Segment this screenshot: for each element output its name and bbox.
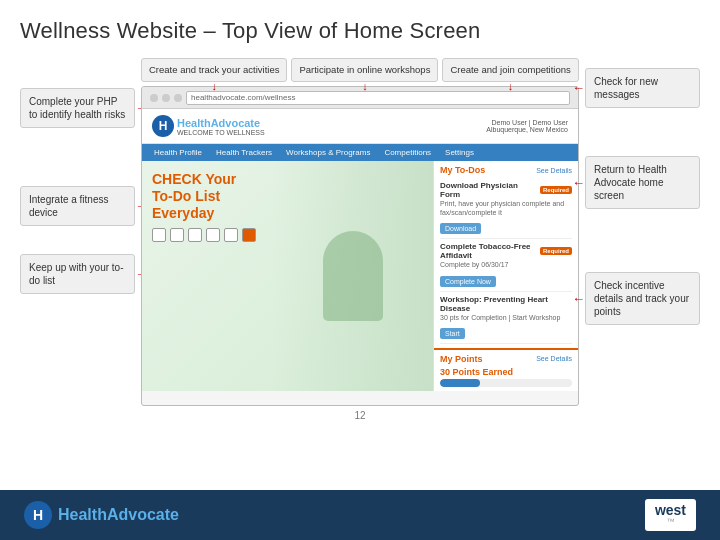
person-silhouette — [323, 231, 383, 321]
todo-desc-2: 30 pts for Completion | Start Workshop — [440, 314, 572, 322]
todo-title-1: Complete Tobacco-Free Affidavit Required — [440, 242, 572, 260]
browser-dot-3 — [174, 94, 182, 102]
todo-btn-2[interactable]: Start — [440, 328, 465, 339]
ha-sidebar: My To-Dos See Details Download Physician… — [433, 161, 578, 391]
todo-badge-0: Required — [540, 186, 572, 194]
ha-name: HealthAdvocate — [177, 117, 265, 129]
footer-west: west ™ — [645, 499, 696, 531]
callout-integrate-fitness: Integrate a fitness device — [20, 186, 135, 226]
todo-item-2: Workshop: Preventing Heart Disease 30 pt… — [440, 292, 572, 344]
ha-nav-health-trackers[interactable]: Health Trackers — [210, 144, 278, 161]
ha-nav: Health Profile Health Trackers Workshops… — [142, 144, 578, 161]
todo-desc-1: Complete by 06/30/17 — [440, 261, 572, 269]
callout-return-ha: Return to Health Advocate home screen — [585, 156, 700, 209]
ha-nav-workshops[interactable]: Workshops & Programs — [280, 144, 376, 161]
top-callout-create-track: Create and track your activities — [141, 58, 287, 82]
todo-title-2: Workshop: Preventing Heart Disease — [440, 295, 572, 313]
callout-check-messages: Check for new messages — [585, 68, 700, 108]
footer-logo-text: HealthAdvocate — [58, 506, 179, 524]
ha-nav-competitions[interactable]: Competitions — [378, 144, 437, 161]
my-todos-section: My To-Dos See Details Download Physician… — [434, 161, 578, 348]
top-callout-participate: Participate in online workshops — [291, 58, 438, 82]
todos-title: My To-Dos — [440, 165, 485, 175]
browser-dot-2 — [162, 94, 170, 102]
ha-logo: H HealthAdvocate WELCOME TO WELLNESS — [152, 115, 265, 137]
hero-cb-4 — [206, 228, 220, 242]
top-callout-create-join: Create and join competitions — [442, 58, 578, 82]
browser-screenshot: healthadvocate.com/wellness H HealthAdvo… — [141, 86, 579, 406]
ha-logo-sub: WELCOME TO WELLNESS — [177, 129, 265, 136]
ha-nav-health-profile[interactable]: Health Profile — [148, 144, 208, 161]
todo-badge-1: Required — [540, 247, 572, 255]
todo-title-0: Download Physician Form Required — [440, 181, 572, 199]
ha-hero: CHECK YourTo-Do ListEveryday — [142, 161, 433, 391]
top-callouts: Create and track your activities Partici… — [141, 58, 579, 82]
content-area: Complete your PHP to identify health ris… — [20, 58, 700, 448]
callout-check-incentive: Check incentive details and track your p… — [585, 272, 700, 325]
hero-cb-3 — [188, 228, 202, 242]
points-bar — [440, 379, 480, 387]
todo-btn-0[interactable]: Download — [440, 223, 481, 234]
page-number: 12 — [141, 410, 579, 421]
hero-cb-1 — [152, 228, 166, 242]
callout-keep-up: Keep up with your to-do list — [20, 254, 135, 294]
ha-header: H HealthAdvocate WELCOME TO WELLNESS Dem… — [142, 109, 578, 144]
right-callouts: Check for new messages Return to Health … — [585, 58, 700, 448]
points-earned: 30 Points Earned — [440, 367, 572, 377]
my-points-section: My Points See Details 30 Points Earned 0… — [434, 348, 578, 391]
center-area: Create and track your activities Partici… — [141, 58, 579, 448]
ha-user-info: Demo User | Demo User Albuquerque, New M… — [486, 119, 568, 133]
footer-logo: H HealthAdvocate — [24, 501, 179, 529]
slide: Wellness Website – Top View of Home Scre… — [0, 0, 720, 490]
hero-cb-5 — [224, 228, 238, 242]
points-see-details[interactable]: See Details — [536, 355, 572, 362]
todo-desc-0: Print, have your physician complete and … — [440, 200, 572, 217]
browser-dot-1 — [150, 94, 158, 102]
todo-item-0: Download Physician Form Required Print, … — [440, 178, 572, 239]
todo-item-1: Complete Tobacco-Free Affidavit Required… — [440, 239, 572, 291]
left-callouts: Complete your PHP to identify health ris… — [20, 58, 135, 448]
slide-title: Wellness Website – Top View of Home Scre… — [20, 18, 700, 44]
ha-nav-settings[interactable]: Settings — [439, 144, 480, 161]
footer: H HealthAdvocate west ™ — [0, 490, 720, 540]
points-header: My Points See Details — [440, 354, 572, 364]
footer-logo-icon: H — [24, 501, 52, 529]
callout-complete-php: Complete your PHP to identify health ris… — [20, 88, 135, 128]
hero-cb-6 — [242, 228, 256, 242]
hero-image — [273, 161, 433, 391]
todos-header: My To-Dos See Details — [440, 165, 572, 175]
points-title: My Points — [440, 354, 483, 364]
todo-btn-1[interactable]: Complete Now — [440, 276, 496, 287]
see-details-link[interactable]: See Details — [536, 167, 572, 174]
hero-cb-2 — [170, 228, 184, 242]
ha-logo-name: HealthAdvocate WELCOME TO WELLNESS — [177, 117, 265, 136]
points-bar-container — [440, 379, 572, 387]
ha-main: CHECK YourTo-Do ListEveryday — [142, 161, 578, 391]
ha-logo-icon: H — [152, 115, 174, 137]
